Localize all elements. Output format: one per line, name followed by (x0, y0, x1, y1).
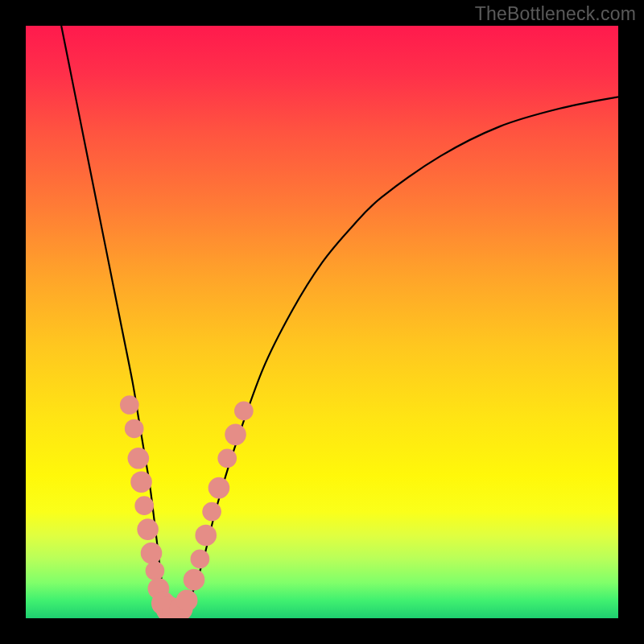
curve-marker (217, 448, 237, 468)
chart-frame: TheBottleneck.com (0, 0, 644, 644)
curve-marker (146, 561, 165, 580)
curve-marker (120, 395, 139, 415)
curve-marker (208, 477, 230, 499)
curve-marker (137, 518, 159, 540)
curve-marker (125, 419, 144, 439)
curve-marker (141, 543, 163, 564)
curve-marker (134, 496, 154, 515)
bottleneck-curve (26, 26, 618, 618)
curve-marker (184, 569, 205, 591)
curve-marker (202, 502, 221, 522)
curve-markers (120, 395, 254, 618)
curve-marker (128, 448, 150, 469)
watermark-text: TheBottleneck.com (475, 3, 636, 25)
curve-marker (195, 525, 217, 547)
curve-marker (191, 550, 210, 569)
curve-marker (225, 424, 246, 446)
plot-area (26, 26, 618, 618)
curve-marker (234, 402, 254, 421)
curve-marker (176, 590, 198, 612)
curve-marker (130, 471, 152, 493)
